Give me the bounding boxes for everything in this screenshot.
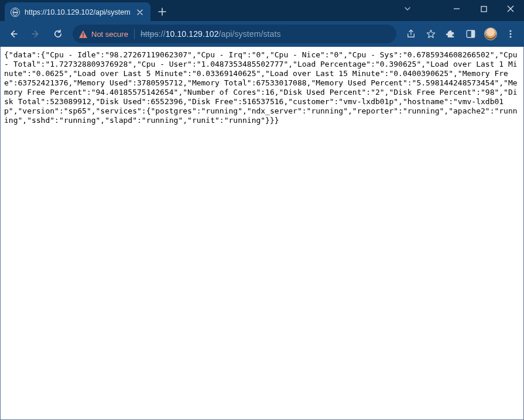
bookmark-button[interactable] (421, 24, 441, 44)
svg-rect-0 (481, 6, 487, 12)
svg-point-5 (509, 30, 511, 32)
security-warning[interactable]: Not secure (78, 30, 128, 39)
window-controls (443, 0, 524, 18)
warning-triangle-icon (78, 30, 88, 39)
url-scheme-sep: :// (159, 29, 166, 39)
svg-rect-2 (83, 36, 84, 37)
forward-button[interactable] (26, 24, 46, 44)
not-secure-label: Not secure (91, 30, 128, 39)
window-titlebar: https://10.10.129.102/api/system (0, 0, 524, 21)
window-maximize-button[interactable] (470, 0, 497, 18)
reload-button[interactable] (48, 24, 68, 44)
toolbar-right (401, 24, 520, 44)
svg-rect-1 (83, 33, 84, 36)
url-host: 10.10.129.102 (166, 29, 219, 39)
browser-toolbar: Not secure https://10.10.129.102/api/sys… (0, 21, 524, 47)
svg-point-6 (509, 33, 511, 35)
browser-tab[interactable]: https://10.10.129.102/api/system (5, 2, 150, 22)
close-tab-button[interactable] (135, 8, 145, 17)
side-panel-button[interactable] (461, 24, 481, 44)
svg-point-7 (509, 36, 511, 37)
response-body: {"data":{"Cpu - Idle":"98.27267119062307… (1, 47, 523, 129)
address-bar[interactable]: Not secure https://10.10.129.102/api/sys… (73, 25, 396, 43)
menu-button[interactable] (501, 24, 520, 44)
back-button[interactable] (4, 24, 23, 44)
window-minimize-button[interactable] (443, 0, 470, 18)
share-button[interactable] (401, 24, 421, 44)
page-content: {"data":{"Cpu - Idle":"98.27267119062307… (0, 47, 524, 420)
new-tab-button[interactable] (154, 4, 170, 20)
url-path: /api/system/stats (219, 29, 281, 39)
globe-icon (11, 8, 20, 17)
tab-search-button[interactable] (399, 0, 416, 18)
url-scheme: https (141, 29, 159, 39)
url-text: https://10.10.129.102/api/system/stats (141, 29, 281, 39)
omnibox-separator (134, 29, 135, 39)
profile-avatar[interactable] (481, 24, 501, 44)
svg-rect-4 (471, 30, 475, 37)
avatar-icon (484, 27, 497, 40)
tab-title: https://10.10.129.102/api/system (25, 8, 131, 16)
extensions-button[interactable] (441, 24, 461, 44)
window-close-button[interactable] (497, 0, 524, 18)
